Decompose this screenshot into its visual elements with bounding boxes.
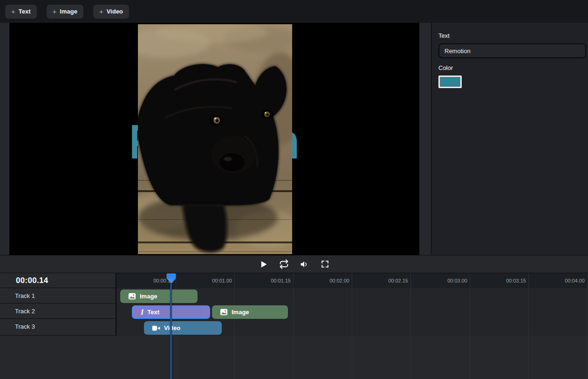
text-field-label: Text xyxy=(438,32,581,39)
preview-stage: Remotion xyxy=(0,23,431,255)
loop-button[interactable] xyxy=(278,258,290,270)
add-image-button[interactable]: +Image xyxy=(47,5,83,19)
gridline xyxy=(234,273,235,379)
image-icon xyxy=(128,293,136,300)
fullscreen-icon xyxy=(321,260,329,269)
gridline xyxy=(410,273,411,379)
plus-icon: + xyxy=(53,8,57,15)
video-icon xyxy=(152,325,160,331)
player-controls xyxy=(0,255,588,273)
gridline xyxy=(587,273,588,379)
playhead-marker[interactable] xyxy=(166,273,176,284)
top-toolbar: +Text+Image+Video xyxy=(0,0,588,23)
main-area: Remotion xyxy=(0,23,588,255)
clip-label: Text xyxy=(147,309,159,316)
clip-video[interactable]: Video xyxy=(144,321,222,335)
track-row-2: Track 2 xyxy=(0,303,116,319)
color-swatch[interactable] xyxy=(438,76,462,88)
playhead-line xyxy=(171,283,171,379)
fullscreen-button[interactable] xyxy=(319,258,331,270)
clip-image[interactable]: Image xyxy=(212,305,288,319)
image-icon xyxy=(220,309,228,316)
dog-photo xyxy=(138,24,292,254)
gridline xyxy=(293,273,294,379)
add-text-button[interactable]: +Text xyxy=(5,5,37,19)
plus-icon: + xyxy=(99,8,103,15)
button-label: Video xyxy=(107,8,123,15)
clip-label: Image xyxy=(232,309,249,316)
gridline xyxy=(528,273,529,379)
plus-icon: + xyxy=(11,8,15,15)
track-row-3: Track 3 xyxy=(0,319,116,334)
text-input[interactable] xyxy=(438,43,586,58)
track-row-1: Track 1 xyxy=(0,288,116,303)
gridline xyxy=(470,273,470,379)
loop-icon xyxy=(279,259,289,269)
color-field-label: Color xyxy=(438,64,581,71)
inspector-panel: Text Color xyxy=(431,23,588,255)
button-label: Image xyxy=(60,8,77,15)
video-editor-app: +Text+Image+Video Remotion xyxy=(0,0,588,379)
volume-icon xyxy=(300,260,309,269)
gridline xyxy=(352,273,352,379)
preview-canvas: Remotion xyxy=(9,23,419,255)
timeline-left-panel: 00:00.14 Track 1Track 2Track 3 xyxy=(0,273,116,336)
timeline: 00:00.14 Track 1Track 2Track 3 ImageITex… xyxy=(0,273,588,379)
play-icon xyxy=(259,260,268,269)
text-icon: I xyxy=(141,309,144,316)
clip-label: Video xyxy=(164,324,180,331)
timeline-ruler[interactable] xyxy=(116,273,588,288)
timecode: 00:00.14 xyxy=(0,273,116,288)
color-swatch-value xyxy=(440,77,460,87)
volume-button[interactable] xyxy=(298,258,310,270)
play-button[interactable] xyxy=(257,258,269,270)
add-video-button[interactable]: +Video xyxy=(93,5,129,19)
button-label: Text xyxy=(19,8,31,15)
clip-label: Image xyxy=(140,293,157,300)
clip-image[interactable]: Image xyxy=(120,289,198,303)
